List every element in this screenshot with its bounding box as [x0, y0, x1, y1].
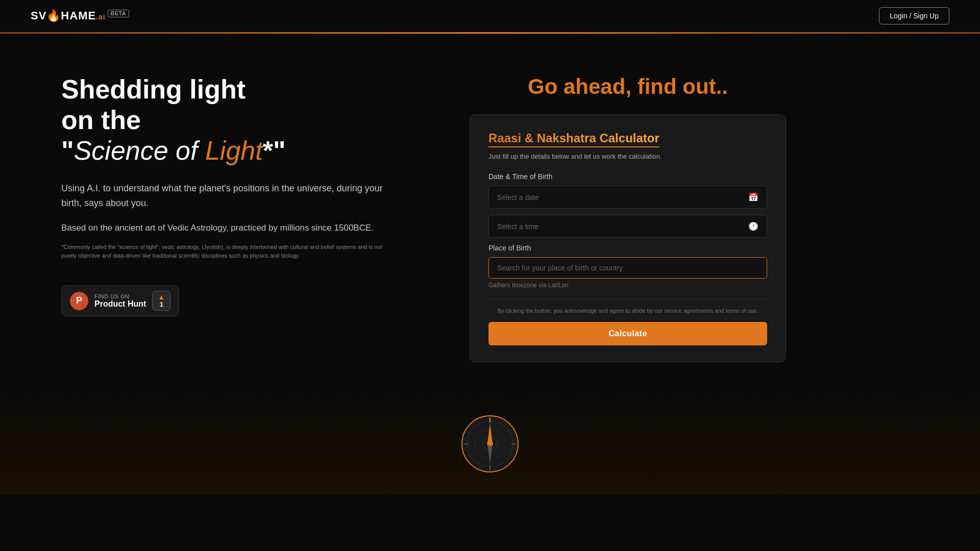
place-input-wrapper [488, 257, 767, 279]
login-button[interactable]: Login / Sign Up [879, 7, 949, 24]
clock-icon: 🕐 [748, 221, 758, 231]
producthunt-upvote[interactable]: ▲ 1 [152, 291, 170, 311]
compass-icon [459, 413, 521, 474]
calculate-button[interactable]: Calculate [488, 322, 767, 345]
date-input[interactable]: 📅 [488, 186, 767, 209]
find-us-label: FIND US ON [94, 293, 146, 299]
terms-text: By clicking the button, you acknowledge … [488, 308, 767, 314]
tagline: Go ahead, find out.. [528, 74, 728, 99]
bottom-section [0, 393, 980, 495]
footnote-text: *Commonly called the "science of light",… [61, 243, 398, 260]
producthunt-icon: P [70, 292, 88, 310]
divider [488, 299, 767, 299]
place-label: Place of Birth [488, 244, 767, 252]
producthunt-text: FIND US ON Product Hunt [94, 293, 146, 309]
producthunt-name: Product Hunt [94, 299, 146, 309]
timezone-hint: Gathers timezone via Lat/Lon [488, 282, 767, 289]
main-content: Shedding light on the "Science of Light*… [0, 34, 980, 393]
headline: Shedding light on the "Science of Light*… [61, 74, 439, 166]
upvote-arrow-icon: ▲ [158, 293, 165, 300]
left-panel: Shedding light on the "Science of Light*… [61, 74, 459, 316]
calculator-subtitle: Just fill up the details below and let u… [488, 153, 767, 160]
beta-badge: BETA [108, 10, 129, 17]
logo: SV🔥HAME.aiBETA [31, 9, 129, 22]
calendar-icon: 📅 [748, 192, 758, 202]
ancient-text: Based on the ancient art of Vedic Astrol… [61, 221, 398, 235]
producthunt-badge[interactable]: P FIND US ON Product Hunt ▲ 1 [61, 285, 179, 316]
description-text: Using A.I. to understand what the planet… [61, 181, 398, 211]
upvote-count: 1 [160, 300, 163, 308]
date-time-label: Date & Time of Birth [488, 172, 767, 181]
calculator-card: Raasi & Nakshatra Calculator Just fill u… [470, 114, 786, 362]
date-field[interactable] [497, 193, 748, 202]
logo-text: SV🔥HAME.aiBETA [31, 9, 129, 22]
header: SV🔥HAME.aiBETA Login / Sign Up [0, 0, 980, 32]
time-input[interactable]: 🕐 [488, 215, 767, 238]
calculator-title: Raasi & Nakshatra Calculator [488, 131, 659, 147]
right-panel: Go ahead, find out.. Raasi & Nakshatra C… [459, 74, 796, 362]
place-input[interactable] [488, 257, 767, 279]
time-field[interactable] [497, 222, 748, 231]
